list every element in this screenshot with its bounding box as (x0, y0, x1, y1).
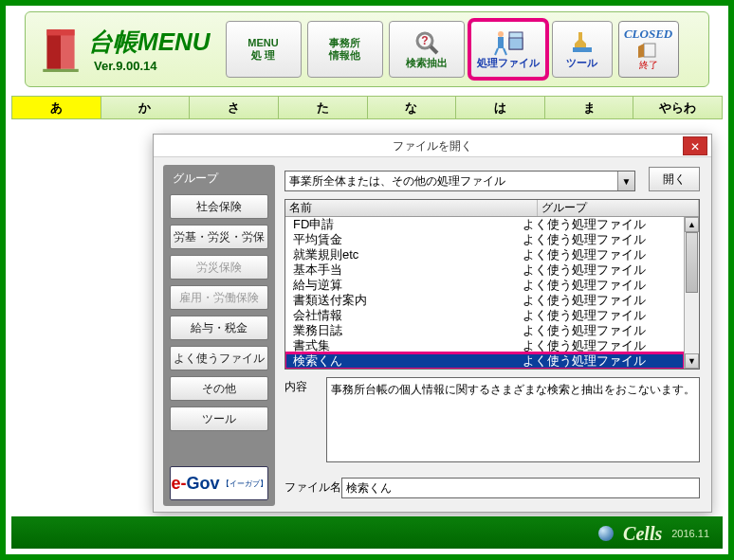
app-frame: 台帳MENU Ver.9.00.14 MENU 処 理 事務所 情報他 ? 検索… (0, 0, 734, 560)
table-row[interactable]: 書式集よく使う処理ファイル (285, 338, 684, 353)
group-btn-社会保険[interactable]: 社会保険 (170, 194, 268, 219)
table-row[interactable]: 基本手当よく使う処理ファイル (285, 262, 684, 278)
orb-icon (598, 526, 614, 541)
dialog-title-text: ファイルを開く (393, 139, 472, 153)
svg-line-9 (495, 48, 498, 55)
egov-e: e- (171, 474, 186, 493)
desc-textbox[interactable]: 事務所台帳の個人情報に関するさまざまな検索と抽出をおこないます。 (326, 377, 700, 462)
table-row[interactable]: 就業規則etcよく使う処理ファイル (285, 247, 684, 262)
group-btn-給与・税金[interactable]: 給与・税金 (170, 316, 268, 340)
closed-label: CLOSED (624, 27, 672, 42)
group-btn-ツール[interactable]: ツール (170, 406, 268, 431)
table-row[interactable]: 業務日誌よく使う処理ファイル (285, 323, 684, 338)
file-open-dialog: ファイルを開く ✕ グループ 社会保険労基・労災・労保労災保険雇用・労働保険給与… (153, 134, 712, 513)
app-book-icon (37, 24, 84, 76)
list-body: FD申請よく使う処理ファイル平均賃金よく使う処理ファイル就業規則etcよく使う処… (285, 217, 684, 369)
group-btn-雇用・労働保険: 雇用・労働保険 (170, 285, 268, 310)
scope-value: 事業所全体または、その他の処理ファイル (289, 173, 505, 190)
table-row[interactable]: 検索くんよく使う処理ファイル (285, 353, 684, 369)
dialog-close-button[interactable]: ✕ (683, 136, 707, 155)
office-info-label: 事務所 情報他 (329, 37, 360, 62)
status-bar: Cells 2016.11 (11, 516, 723, 549)
menu-processing-button[interactable]: MENU 処 理 (226, 21, 302, 78)
scroll-up-icon[interactable]: ▲ (685, 217, 699, 232)
kana-tab-か[interactable]: か (101, 96, 191, 119)
group-btn-その他[interactable]: その他 (170, 376, 268, 401)
table-row[interactable]: 会社情報よく使う処理ファイル (285, 308, 684, 323)
group-btn-労基・労災・労保[interactable]: 労基・労災・労保 (170, 225, 268, 249)
table-row[interactable]: 書類送付案内よく使う処理ファイル (285, 293, 684, 308)
magnifier-icon: ? (413, 28, 440, 57)
dialog-title: ファイルを開く ✕ (154, 135, 711, 157)
group-header: グループ (173, 171, 218, 187)
processing-file-label: 処理ファイル (477, 57, 540, 69)
menu-processing-label: MENU 処 理 (248, 37, 278, 62)
processing-file-icon (492, 28, 524, 57)
svg-rect-2 (46, 29, 74, 35)
dialog-body: グループ 社会保険労基・労災・労保労災保険雇用・労働保険給与・税金よく使うファイ… (159, 161, 706, 506)
svg-point-7 (498, 31, 504, 37)
kana-tab-ま[interactable]: ま (545, 96, 634, 119)
table-row[interactable]: FD申請よく使う処理ファイル (285, 217, 684, 232)
svg-rect-8 (498, 37, 504, 48)
status-date: 2016.11 (671, 528, 709, 539)
scroll-thumb[interactable] (686, 232, 698, 293)
group-btn-よく使うファイル[interactable]: よく使うファイル (170, 346, 268, 370)
search-extract-label: 検索抽出 (406, 57, 448, 69)
svg-rect-3 (43, 69, 79, 72)
svg-rect-12 (509, 38, 523, 49)
kana-tab-さ[interactable]: さ (190, 96, 279, 119)
svg-line-5 (431, 46, 437, 53)
kana-tab-やらわ[interactable]: やらわ (633, 96, 723, 119)
chevron-down-icon[interactable]: ▼ (617, 172, 634, 190)
table-row[interactable]: 平均賃金よく使う処理ファイル (285, 232, 684, 247)
vertical-scrollbar[interactable]: ▲ ▼ (684, 217, 699, 369)
wrench-icon (569, 28, 596, 57)
egov-logo[interactable]: e-Gov 【イーガブ】 (170, 466, 268, 500)
search-extract-button[interactable]: ? 検索抽出 (389, 21, 465, 78)
office-info-button[interactable]: 事務所 情報他 (307, 21, 383, 78)
door-icon (636, 42, 661, 59)
egov-sub: 【イーガブ】 (222, 479, 267, 489)
group-btn-労災保険: 労災保険 (170, 255, 268, 280)
egov-gov: Gov (187, 474, 220, 493)
svg-line-10 (504, 48, 506, 55)
kana-row: あかさたなはまやらわ (11, 96, 723, 119)
tool-button[interactable]: ツール (552, 21, 613, 78)
closed-button[interactable]: CLOSED 終了 (618, 21, 679, 78)
processing-file-button[interactable]: 処理ファイル (470, 21, 546, 78)
end-label: 終了 (639, 59, 658, 72)
dialog-right-area: 事業所全体または、その他の処理ファイル ▼ 開く 名前 グループ FD申請よく使… (281, 165, 704, 504)
list-header: 名前 グループ (285, 200, 699, 217)
file-list: 名前 グループ FD申請よく使う処理ファイル平均賃金よく使う処理ファイル就業規則… (284, 199, 700, 370)
open-button[interactable]: 開く (649, 167, 700, 191)
svg-rect-14 (644, 44, 655, 57)
app-version: Ver.9.00.14 (94, 59, 211, 73)
top-ribbon: 台帳MENU Ver.9.00.14 MENU 処 理 事務所 情報他 ? 検索… (25, 11, 709, 87)
app-title: 台帳MENU (88, 26, 211, 59)
column-name[interactable]: 名前 (285, 200, 538, 216)
kana-tab-な[interactable]: な (368, 96, 457, 119)
app-title-wrap: 台帳MENU Ver.9.00.14 (88, 26, 211, 73)
scroll-down-icon[interactable]: ▼ (685, 353, 699, 369)
kana-tab-た[interactable]: た (279, 96, 368, 119)
kana-tab-あ[interactable]: あ (11, 96, 101, 119)
svg-text:?: ? (421, 34, 428, 47)
group-panel: グループ 社会保険労基・労災・労保労災保険雇用・労働保険給与・税金よく使うファイ… (163, 165, 275, 506)
filename-field[interactable]: 検索くん (341, 478, 700, 498)
scope-combobox[interactable]: 事業所全体または、その他の処理ファイル ▼ (284, 171, 635, 191)
table-row[interactable]: 給与逆算よく使う処理ファイル (285, 278, 684, 293)
svg-rect-13 (573, 47, 592, 52)
tool-label: ツール (566, 57, 597, 69)
column-group[interactable]: グループ (538, 200, 699, 216)
kana-tab-は[interactable]: は (456, 96, 545, 119)
brand-label: Cells (623, 523, 662, 545)
filename-label: ファイル名 (284, 479, 341, 496)
desc-label: 内容 (284, 379, 307, 395)
filename-value: 検索くん (346, 480, 392, 497)
